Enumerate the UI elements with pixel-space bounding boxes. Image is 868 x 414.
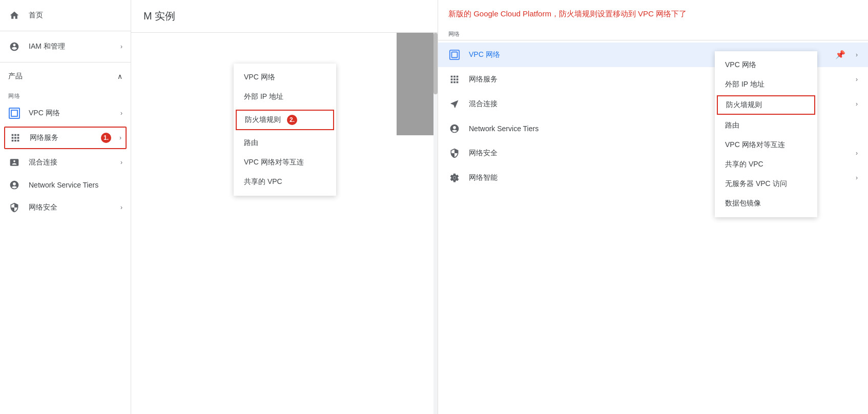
- net-security-icon: [8, 201, 20, 214]
- right-panel: 新版的 Google Cloud Platform，防火墙规则设置移动到 VPC…: [438, 0, 868, 414]
- sidebar-item-vpc[interactable]: VPC 网络 ›: [0, 102, 131, 125]
- right-hybrid-icon: [448, 98, 461, 110]
- left-sidebar: 首页 IAM 和管理 › 产品 ∧ 网络 VPC 网络 › 网络服务 1. ›: [0, 0, 131, 414]
- iam-label: IAM 和管理: [29, 42, 112, 51]
- sub-vpc-peering[interactable]: VPC 网络对等互连: [715, 135, 817, 155]
- dropdown-vpc-peering[interactable]: VPC 网络对等互连: [234, 153, 336, 172]
- firewall-label: 防火墙规则: [245, 115, 281, 125]
- hybrid-label: 混合连接: [29, 158, 112, 167]
- iam-chevron: ›: [120, 43, 122, 50]
- dropdown-vpc-net[interactable]: VPC 网络: [234, 68, 336, 87]
- iam-icon: [8, 40, 20, 53]
- dropdown-firewall[interactable]: 防火墙规则 2.: [236, 110, 334, 130]
- right-net-intelligence-chevron: ›: [856, 174, 858, 181]
- svg-point-2: [453, 176, 456, 179]
- nst-icon: [8, 179, 20, 191]
- right-ns-icon: [448, 73, 461, 86]
- svg-rect-1: [452, 52, 458, 57]
- top-bar: M 实例: [131, 0, 438, 33]
- main-content: VPC 网络 外部 IP 地址 防火墙规则 2. 路由 VPC 网络对等互连 共…: [131, 33, 438, 414]
- sub-firewall[interactable]: 防火墙规则: [717, 95, 815, 115]
- right-divider: [438, 40, 868, 40]
- right-nst-icon: [448, 122, 461, 135]
- annotation-text: 新版的 Google Cloud Platform，防火墙规则设置移动到 VPC…: [438, 0, 868, 24]
- right-vpc-icon: [448, 49, 461, 61]
- sub-routing[interactable]: 路由: [715, 116, 817, 135]
- firewall-badge: 2.: [287, 115, 297, 125]
- network-services-badge: 1.: [101, 133, 111, 143]
- sub-external-ip[interactable]: 外部 IP 地址: [715, 75, 817, 94]
- dropdown-popup: VPC 网络 外部 IP 地址 防火墙规则 2. 路由 VPC 网络对等互连 共…: [234, 64, 336, 196]
- right-vpc-chevron: ›: [856, 51, 858, 58]
- sidebar-item-products[interactable]: 产品 ∧: [0, 67, 131, 86]
- ns-chevron: ›: [119, 134, 121, 141]
- net-security-label: 网络安全: [29, 203, 112, 212]
- sub-dropdown: VPC 网络 外部 IP 地址 防火墙规则 路由 VPC 网络对等互连 共享的 …: [715, 51, 817, 217]
- sub-packet-mirror[interactable]: 数据包镜像: [715, 194, 817, 213]
- sidebar-item-home[interactable]: 首页: [0, 4, 131, 27]
- right-network-section-label: 网络: [438, 24, 868, 40]
- home-icon: [8, 9, 20, 22]
- sub-serverless-vpc[interactable]: 无服务器 VPC 访问: [715, 174, 817, 194]
- pin-icon: 📌: [835, 50, 845, 59]
- sidebar-item-iam[interactable]: IAM 和管理 ›: [0, 35, 131, 58]
- sidebar-item-network-services[interactable]: 网络服务 1. ›: [4, 127, 127, 149]
- sidebar-item-nst[interactable]: Network Service Tiers: [0, 174, 131, 196]
- right-hybrid-chevron: ›: [856, 100, 858, 108]
- vpc-chevron: ›: [120, 110, 122, 117]
- dropdown-routing[interactable]: 路由: [234, 133, 336, 153]
- home-label: 首页: [29, 11, 122, 20]
- sub-vpc-net[interactable]: VPC 网络: [715, 55, 817, 75]
- nst-label: Network Service Tiers: [29, 181, 122, 189]
- divider-2: [0, 62, 131, 63]
- right-net-security-icon: [448, 147, 461, 159]
- page-title: M 实例: [143, 9, 175, 23]
- right-ns-chevron: ›: [856, 76, 858, 83]
- hybrid-chevron: ›: [120, 159, 122, 166]
- vpc-label: VPC 网络: [29, 109, 112, 118]
- right-net-intelligence-icon: [448, 172, 461, 184]
- gray-block: [397, 33, 438, 135]
- vpc-network-icon: [8, 107, 20, 119]
- sub-shared-vpc[interactable]: 共享的 VPC: [715, 155, 817, 174]
- dropdown-shared-vpc[interactable]: 共享的 VPC: [234, 172, 336, 192]
- sidebar-item-net-security[interactable]: 网络安全 ›: [0, 196, 131, 219]
- main-area: M 实例 VPC 网络 外部 IP 地址 防火墙规则 2. 路由 VPC 网络对…: [131, 0, 438, 414]
- hybrid-icon: [8, 156, 20, 169]
- right-net-security-chevron: ›: [856, 150, 858, 157]
- scrollbar-track[interactable]: [433, 33, 438, 414]
- network-services-label: 网络服务: [30, 133, 91, 142]
- divider-1: [0, 31, 131, 31]
- net-security-chevron: ›: [120, 204, 122, 211]
- products-label: 产品: [8, 72, 107, 81]
- dropdown-external-ip[interactable]: 外部 IP 地址: [234, 87, 336, 107]
- sidebar-item-hybrid[interactable]: 混合连接 ›: [0, 151, 131, 174]
- network-services-icon: [9, 132, 22, 144]
- network-section-label: 网络: [0, 86, 131, 102]
- scrollbar-thumb[interactable]: [433, 33, 438, 94]
